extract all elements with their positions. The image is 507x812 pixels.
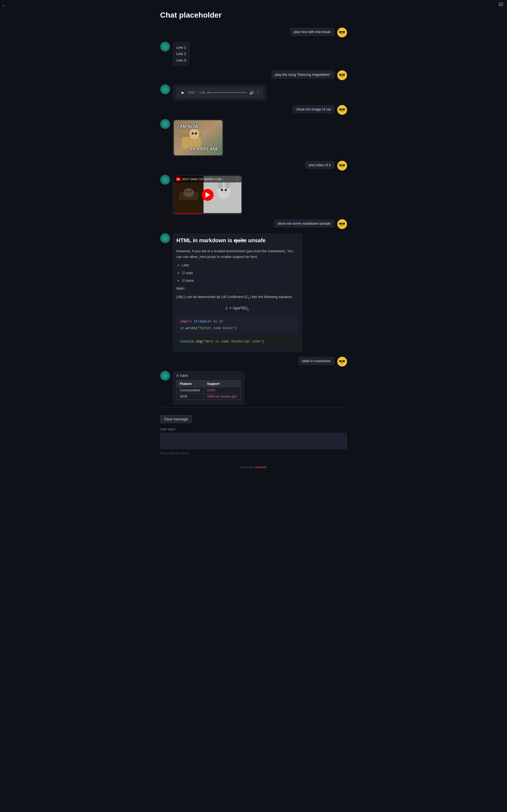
- math-label: Math:: [176, 286, 299, 291]
- bot-avatar: [160, 42, 170, 51]
- bold-unsafe-text: unsafe: [248, 237, 266, 243]
- user-avatar: 😎: [337, 105, 347, 115]
- chat-input[interactable]: [160, 433, 347, 449]
- table-cell-gfm-name: GFM: [176, 394, 204, 400]
- user-bubble: and video of it: [305, 161, 335, 169]
- audio-player[interactable]: ▶ 0:00 / 1:28 🔊 ⋮: [176, 87, 263, 98]
- user-avatar-emoji: 😎: [339, 162, 345, 169]
- bot-avatar: [160, 371, 170, 381]
- bot-message-row: Line 1 Line 2 Line 3: [160, 42, 347, 66]
- bot-lines-text: Line 1 Line 2 Line 3: [176, 44, 186, 63]
- line-1: Line 1: [176, 44, 186, 51]
- svg-point-17: [165, 124, 166, 125]
- input-hint: Press Enter to submit: [160, 452, 347, 455]
- main-content: Chat placeholder plan text with line bre…: [155, 0, 352, 496]
- user-message-row: show me image of cat 😎: [160, 105, 347, 115]
- chat-container: plan text with line break 😎: [160, 27, 347, 405]
- bot-message-row: HTML in markdown is quite unsafe However…: [160, 233, 347, 352]
- markdown-table: Feature Support CommonMark 100% GFM 100%…: [176, 380, 241, 400]
- svg-point-3: [165, 47, 166, 47]
- svg-point-2: [164, 47, 165, 47]
- svg-rect-61: [163, 375, 164, 376]
- bot-message-row: I AM NOW AN AIRPLANE: [160, 119, 347, 157]
- svg-point-59: [165, 376, 166, 376]
- user-avatar: 😎: [337, 161, 347, 171]
- strikethrough-text: quite: [234, 237, 246, 243]
- svg-rect-57: [164, 373, 166, 375]
- svg-rect-62: [166, 375, 167, 376]
- bot-avatar: [160, 119, 170, 129]
- user-message-row: play the song "Dancing Vegetables" 😎: [160, 70, 347, 80]
- sidebar-arrow[interactable]: ›: [3, 3, 4, 8]
- svg-rect-50: [164, 236, 166, 238]
- svg-point-51: [164, 238, 165, 239]
- svg-rect-19: [163, 124, 164, 124]
- svg-rect-1: [164, 44, 166, 46]
- svg-point-45: [221, 189, 223, 191]
- line-3: Line 3: [176, 57, 186, 63]
- user-avatar-emoji: 😎: [339, 29, 345, 36]
- svg-rect-34: [163, 179, 164, 180]
- video-player[interactable]: BEST DANK CAT MEMES COMPL… ⋮: [174, 176, 241, 214]
- table-row: GFM 100% w/ remark-gfm: [176, 394, 240, 400]
- arrow-icon: ›: [3, 3, 4, 8]
- video-menu-icon[interactable]: ⋮: [235, 177, 239, 181]
- table-cell-gfm-value: 100% w/ remark-gfm: [204, 394, 240, 400]
- bot-bubble-image: I AM NOW AN AIRPLANE: [173, 119, 224, 157]
- svg-rect-4: [164, 48, 165, 48]
- user-message-row: plan text with line break 😎: [160, 27, 347, 37]
- bot-bubble-video: BEST DANK CAT MEMES COMPL… ⋮: [173, 175, 242, 215]
- user-avatar-emoji: 😎: [339, 221, 345, 227]
- markdown-heading: HTML in markdown is quite unsafe: [176, 236, 299, 245]
- user-bubble: plan text with line break: [290, 27, 335, 36]
- volume-icon[interactable]: 🔊: [249, 91, 254, 95]
- bot-bubble-lines: Line 1 Line 2 Line 3: [173, 42, 190, 66]
- math-description: Lift(L) can be determined by Lift Coeffi…: [176, 294, 299, 300]
- svg-point-46: [225, 189, 227, 191]
- svg-point-31: [164, 180, 165, 180]
- bot-avatar: [160, 84, 170, 94]
- footer-text: Made with: [240, 466, 254, 469]
- svg-point-58: [164, 376, 165, 376]
- youtube-logo-icon: [176, 177, 181, 181]
- user-avatar: 😎: [337, 27, 347, 37]
- user-message-row: table in markdown 😎: [160, 357, 347, 366]
- section-divider: [160, 407, 347, 408]
- svg-rect-18: [164, 125, 165, 125]
- user-avatar-emoji: 😎: [339, 72, 345, 78]
- audio-time-current: 0:00: [188, 91, 194, 94]
- list-item-lists: Lists: [182, 263, 299, 268]
- user-bubble: play the song "Dancing Vegetables": [271, 70, 335, 79]
- svg-rect-5: [163, 46, 164, 47]
- audio-progress-bar[interactable]: [207, 92, 247, 93]
- table-cell-commonmark-name: CommonMark: [176, 387, 204, 394]
- youtube-play-button[interactable]: [202, 189, 214, 201]
- input-label: User input:: [160, 427, 347, 431]
- user-avatar-emoji: 😎: [339, 358, 345, 365]
- bot-bubble-audio: ▶ 0:00 / 1:28 🔊 ⋮: [173, 84, 267, 101]
- svg-rect-8: [164, 87, 166, 89]
- user-message-text: plan text with line break: [294, 30, 331, 34]
- clear-message-button[interactable]: Clear message: [160, 415, 192, 423]
- footer-link[interactable]: Streamlit: [255, 466, 266, 469]
- user-bubble: show me image of cat: [293, 105, 334, 113]
- bot-avatar: [160, 175, 170, 185]
- footer: Made with Streamlit: [160, 466, 347, 474]
- bot-bubble-table: A Table: Feature Support CommonMark 100%: [173, 371, 244, 405]
- audio-menu-icon[interactable]: ⋮: [256, 91, 260, 95]
- audio-time-total: 1:28: [199, 91, 205, 94]
- user-message-text: show me some markdown sample: [277, 221, 331, 226]
- svg-point-10: [165, 89, 166, 90]
- markdown-list: Lists ☑ todo ☑ done: [182, 263, 299, 284]
- svg-point-43: [218, 182, 223, 189]
- markdown-paragraph: However, if you are in a trusted environ…: [176, 248, 299, 260]
- table-header-feature: Feature: [176, 381, 204, 387]
- user-bubble: table in markdown: [298, 357, 335, 365]
- svg-point-32: [165, 180, 166, 180]
- hamburger-icon: [498, 3, 503, 6]
- user-avatar: 😎: [337, 357, 347, 366]
- sidebar-menu-button[interactable]: [498, 3, 503, 6]
- svg-point-16: [164, 124, 165, 125]
- svg-rect-30: [164, 178, 166, 179]
- play-button[interactable]: ▶: [180, 89, 186, 96]
